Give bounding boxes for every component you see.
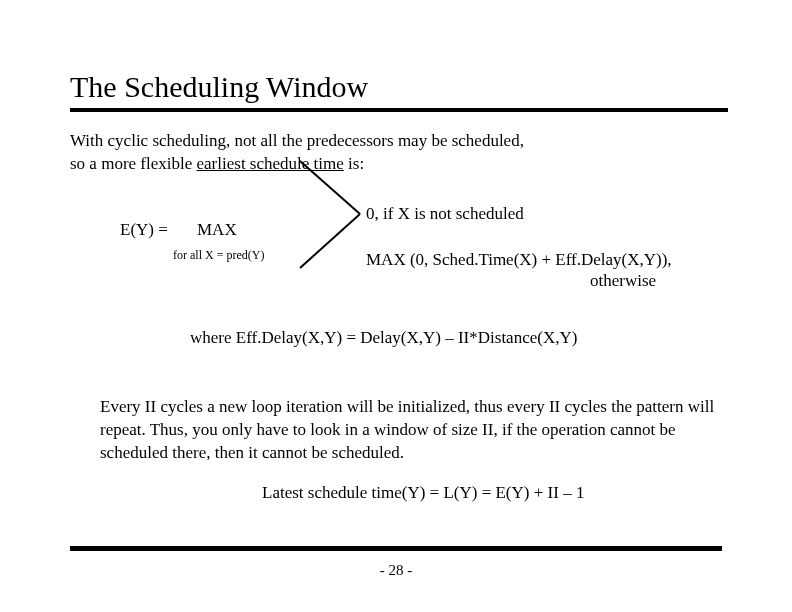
intro-text: With cyclic scheduling, not all the pred… bbox=[70, 130, 728, 176]
slide-title: The Scheduling Window bbox=[70, 70, 728, 112]
latest-formula: Latest schedule time(Y) = L(Y) = E(Y) + … bbox=[262, 483, 728, 503]
explanation-paragraph: Every II cycles a new loop iteration wil… bbox=[100, 396, 720, 465]
svg-line-1 bbox=[300, 214, 360, 268]
case2a-text: MAX (0, Sched.Time(X) + Eff.Delay(X,Y)), bbox=[366, 250, 672, 270]
forall-label: for all X = pred(Y) bbox=[173, 248, 264, 263]
intro-line2a: so a more flexible bbox=[70, 154, 197, 173]
formula-region: E(Y) = MAX for all X = pred(Y) 0, if X i… bbox=[70, 204, 728, 322]
max-label: MAX bbox=[197, 220, 237, 240]
ey-label: E(Y) = bbox=[120, 220, 168, 240]
case1-text: 0, if X is not scheduled bbox=[366, 204, 524, 224]
intro-line2c: is: bbox=[344, 154, 364, 173]
intro-underline: earliest schedule time bbox=[197, 154, 344, 173]
case2b-text: otherwise bbox=[590, 271, 656, 291]
footer-rule bbox=[70, 546, 722, 551]
where-clause: where Eff.Delay(X,Y) = Delay(X,Y) – II*D… bbox=[190, 328, 728, 348]
page-number: - 28 - bbox=[0, 562, 792, 579]
intro-line1: With cyclic scheduling, not all the pred… bbox=[70, 131, 524, 150]
